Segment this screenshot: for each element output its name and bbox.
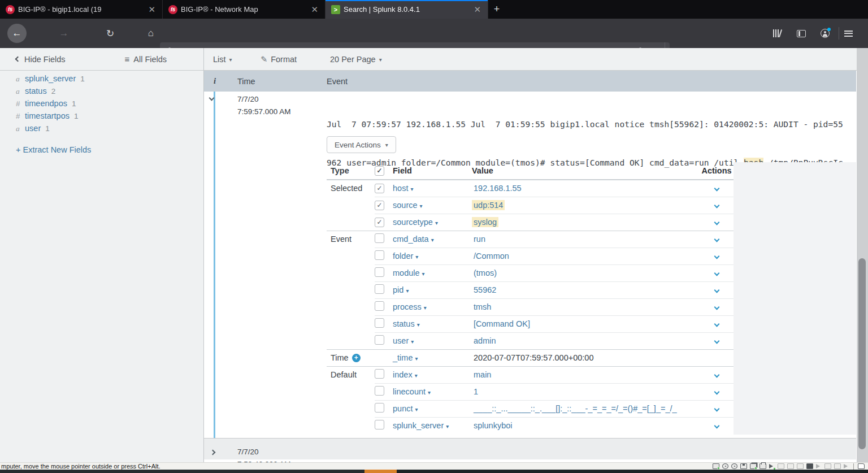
field-actions-chevron[interactable] xyxy=(714,253,719,259)
hide-fields-button[interactable]: Hide Fields xyxy=(16,55,66,64)
field-checkbox[interactable] xyxy=(375,233,384,243)
list-view-dropdown[interactable]: List▾ xyxy=(213,48,232,71)
field-name-link[interactable]: host ▾ xyxy=(393,184,413,193)
field-name-link[interactable]: cmd_data ▾ xyxy=(393,235,434,244)
field-actions-chevron[interactable] xyxy=(714,338,719,344)
all-fields-button[interactable]: ≡All Fields xyxy=(125,54,167,64)
field-name-link[interactable]: timestartpos xyxy=(25,111,70,120)
sidebar-field-item[interactable]: # timeendpos 1 xyxy=(16,99,85,111)
field-value[interactable]: run xyxy=(472,234,487,244)
field-actions-chevron[interactable] xyxy=(714,304,719,310)
per-page-dropdown[interactable]: 20 Per Page▾ xyxy=(330,48,382,71)
back-button[interactable]: ← xyxy=(7,19,27,48)
field-name-link[interactable]: status xyxy=(25,86,47,96)
hard-disk-icon xyxy=(713,463,719,469)
collapsed-event-row[interactable]: 7/7/20 7:59:46.000 AM Jul 7 07:59:46 192… xyxy=(204,438,856,462)
format-button[interactable]: ✎Format xyxy=(261,48,297,71)
field-actions-chevron[interactable] xyxy=(714,406,719,411)
field-actions-chevron[interactable] xyxy=(714,389,719,394)
field-value[interactable]: 1 xyxy=(472,387,480,397)
splunk-favicon: > xyxy=(331,5,340,14)
field-checkbox[interactable]: ✓ xyxy=(375,184,384,193)
sidebar-field-item[interactable]: a status 2 xyxy=(16,86,85,99)
field-checkbox[interactable] xyxy=(375,284,384,294)
field-name-link[interactable]: splunk_server xyxy=(25,74,76,83)
forward-button[interactable]: → xyxy=(55,19,72,48)
extract-new-fields-link[interactable]: + Extract New Fields xyxy=(16,145,91,154)
sidebar-field-item[interactable]: # timestartpos 1 xyxy=(16,111,85,124)
field-actions-chevron[interactable] xyxy=(714,185,719,191)
sidebar-toggle-button[interactable] xyxy=(797,19,814,48)
field-name-link[interactable]: source ▾ xyxy=(393,201,423,210)
field-details-table: Type ✓ Field Value Actions Selected ✓ ho… xyxy=(327,162,734,434)
field-name-link[interactable]: user ▾ xyxy=(393,336,414,345)
field-name-link[interactable]: folder ▾ xyxy=(393,251,418,261)
field-value[interactable]: syslog xyxy=(472,217,498,227)
field-actions-chevron[interactable] xyxy=(714,202,719,208)
field-value[interactable]: /Common xyxy=(472,251,511,261)
tab-bigip-local[interactable]: f5 BIG-IP® - bigip1.local (19 ✕ xyxy=(0,0,163,19)
vertical-scrollbar[interactable] xyxy=(857,48,868,462)
field-value[interactable]: 2020-07-07T07:59:57.000+00:00 xyxy=(472,353,595,363)
tab-title: BIG-IP® - bigip1.local (19 xyxy=(18,5,142,14)
select-all-checkbox[interactable]: ✓ xyxy=(375,166,384,176)
field-actions-chevron[interactable] xyxy=(714,423,719,428)
field-checkbox[interactable] xyxy=(375,335,384,345)
field-name-link[interactable]: linecount ▾ xyxy=(393,387,431,396)
field-value[interactable]: udp:514 xyxy=(472,200,505,210)
account-button[interactable] xyxy=(821,19,837,48)
field-checkbox[interactable] xyxy=(375,318,384,328)
field-actions-chevron[interactable] xyxy=(714,287,719,293)
library-button[interactable] xyxy=(773,19,790,48)
field-checkbox[interactable]: ✓ xyxy=(375,201,384,210)
new-tab-button[interactable]: + xyxy=(488,0,505,19)
field-value[interactable]: splunkyboi xyxy=(472,420,514,431)
field-name-link[interactable]: punct ▾ xyxy=(393,404,418,413)
field-name-link[interactable]: module ▾ xyxy=(393,268,425,277)
add-time-icon[interactable]: + xyxy=(352,354,361,362)
field-name-link[interactable]: process ▾ xyxy=(393,302,427,311)
field-checkbox[interactable] xyxy=(375,250,384,260)
field-value[interactable]: admin xyxy=(472,336,498,346)
caret-down-icon: ▾ xyxy=(385,142,388,148)
field-checkbox[interactable] xyxy=(375,301,384,311)
home-button[interactable]: ⌂ xyxy=(142,19,159,48)
field-checkbox[interactable] xyxy=(375,403,384,413)
sidebar-field-item[interactable]: a splunk_server 1 xyxy=(16,74,85,86)
field-name-link[interactable]: sourcetype ▾ xyxy=(393,218,438,227)
field-checkbox[interactable] xyxy=(375,386,384,396)
field-value[interactable]: (tmos) xyxy=(472,268,498,278)
field-actions-chevron[interactable] xyxy=(714,372,719,377)
field-name-link[interactable]: status ▾ xyxy=(393,319,420,328)
field-name-link[interactable]: splunk_server ▾ xyxy=(393,421,449,430)
field-name-link[interactable]: _time ▾ xyxy=(393,353,418,362)
sidebar-field-item[interactable]: a user 1 xyxy=(16,124,85,136)
field-name-link[interactable]: pid ▾ xyxy=(393,285,409,294)
field-checkbox[interactable] xyxy=(375,369,384,379)
field-name-link[interactable]: user xyxy=(25,124,41,133)
field-actions-chevron[interactable] xyxy=(714,321,719,327)
reload-button[interactable]: ↻ xyxy=(102,19,119,48)
menu-button[interactable] xyxy=(844,19,863,48)
field-value[interactable]: ____::_..._____::_.___[]:_::___-_=_=_=/_… xyxy=(472,403,679,414)
field-actions-chevron[interactable] xyxy=(714,270,719,276)
tab-network-map[interactable]: f5 BIG-IP® - Network Map ✕ xyxy=(163,0,326,19)
scrollbar-thumb[interactable] xyxy=(858,258,866,449)
field-name-link[interactable]: index ▾ xyxy=(393,370,418,379)
field-name-link[interactable]: timeendpos xyxy=(25,99,67,108)
field-value[interactable]: tmsh xyxy=(472,302,493,312)
field-checkbox[interactable]: ✓ xyxy=(375,218,384,227)
field-checkbox[interactable] xyxy=(375,267,384,277)
tab-close-icon[interactable]: ✕ xyxy=(309,5,320,14)
event-actions-button[interactable]: Event Actions▾ xyxy=(327,136,396,153)
field-value[interactable]: [Command OK] xyxy=(472,319,532,329)
field-actions-chevron[interactable] xyxy=(714,219,719,225)
tab-close-icon[interactable]: ✕ xyxy=(146,5,158,14)
field-value[interactable]: 192.168.1.55 xyxy=(472,183,523,193)
field-value[interactable]: 55962 xyxy=(472,285,498,295)
field-value[interactable]: main xyxy=(472,370,493,380)
field-checkbox[interactable] xyxy=(375,420,384,429)
field-actions-chevron[interactable] xyxy=(714,236,719,242)
tab-close-icon[interactable]: ✕ xyxy=(471,5,483,14)
tab-splunk-search[interactable]: > Search | Splunk 8.0.4.1 ✕ xyxy=(326,0,488,19)
